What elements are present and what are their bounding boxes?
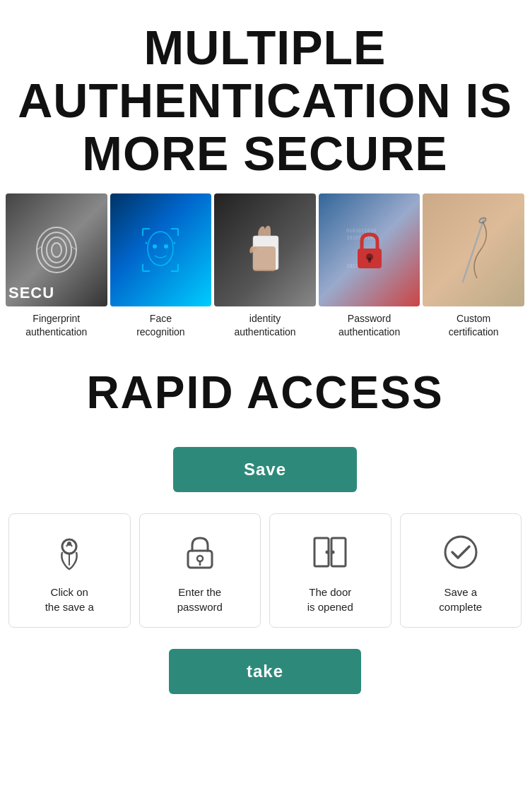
hand-pointer-icon (48, 531, 90, 573)
auth-methods-row: SECU Fingerprint authentication (0, 193, 530, 338)
lock-icon (179, 531, 221, 573)
title-line3: MORE SECURE (82, 126, 447, 180)
svg-point-17 (146, 242, 148, 244)
take-button-wrap: take (0, 649, 530, 694)
rapid-access-section: RAPID ACCESS (0, 338, 530, 433)
step-label-click-save: Click on the save a (45, 585, 94, 614)
auth-image-fingerprint: SECU (6, 193, 107, 306)
auth-image-custom (423, 193, 524, 306)
svg-point-37 (331, 550, 335, 554)
auth-label-fingerprint: Fingerprint authentication (25, 312, 87, 338)
main-title: MULTIPLE AUTHENTICATION IS MORE SECURE (14, 21, 516, 179)
step-label-enter-password: Enter the password (177, 585, 223, 614)
face-recognition-icon (139, 222, 182, 278)
auth-label-face: Face recognition (136, 312, 185, 338)
auth-item-custom: Custom certification (423, 193, 524, 338)
identity-card-icon (240, 218, 290, 282)
svg-point-36 (326, 550, 329, 554)
title-line2: AUTHENTICATION IS (18, 73, 512, 127)
svg-rect-26 (368, 258, 371, 263)
auth-item-fingerprint: SECU Fingerprint authentication (6, 193, 107, 338)
svg-point-18 (174, 242, 176, 244)
padlock-icon: 0101011010 1010100101 1011 100 (345, 222, 394, 278)
svg-point-38 (445, 537, 476, 568)
step-card-save-complete: Save a complete (400, 513, 522, 628)
steps-section: Click on the save a Enter the password (0, 513, 530, 628)
door-open-icon (309, 531, 351, 573)
fingerprint-icon (32, 222, 81, 278)
svg-point-15 (153, 244, 157, 249)
auth-item-identity: identity authentication (214, 193, 316, 338)
auth-image-face (110, 193, 212, 306)
svg-point-6 (148, 232, 173, 265)
step-card-door-opened: The door is opened (269, 513, 391, 628)
svg-rect-20 (253, 246, 276, 271)
svg-point-16 (164, 244, 168, 249)
check-circle-icon (440, 531, 482, 573)
secu-overlay-text: SECU (8, 284, 54, 302)
auth-item-password: 0101011010 1010100101 1011 100 Password … (319, 193, 420, 338)
step-label-door-opened: The door is opened (307, 585, 353, 614)
auth-label-identity: identity authentication (234, 312, 295, 338)
auth-image-password: 0101011010 1010100101 1011 100 (319, 193, 420, 306)
auth-image-identity (214, 193, 316, 306)
save-button-wrap: Save (0, 447, 530, 492)
needle-icon (452, 215, 495, 285)
save-button[interactable]: Save (173, 447, 357, 492)
step-card-click-save: Click on the save a (8, 513, 131, 628)
take-button[interactable]: take (169, 649, 361, 694)
title-line1: MULTIPLE (144, 20, 387, 74)
step-card-enter-password: Enter the password (139, 513, 261, 628)
svg-point-2 (47, 237, 66, 263)
rapid-access-title: RAPID ACCESS (14, 366, 516, 419)
step-label-save-complete: Save a complete (439, 585, 482, 614)
auth-item-face: Face recognition (110, 193, 212, 338)
auth-label-custom: Custom certification (449, 312, 499, 338)
svg-point-3 (52, 243, 61, 257)
header-title-section: MULTIPLE AUTHENTICATION IS MORE SECURE (0, 0, 530, 193)
svg-point-0 (37, 227, 76, 273)
auth-label-password: Password authentication (338, 312, 400, 338)
